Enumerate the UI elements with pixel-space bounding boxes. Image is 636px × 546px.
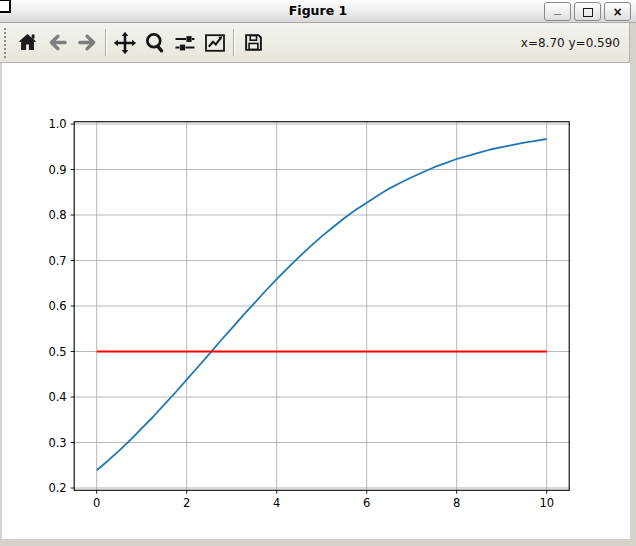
- navigation-toolbar: x=8.70 y=0.590: [0, 23, 630, 63]
- y-tick-label: 0.5: [48, 345, 66, 359]
- titlebar[interactable]: Figure 1 _ ×: [0, 0, 636, 23]
- customize-button[interactable]: [200, 27, 230, 59]
- y-tick-label: 0.8: [48, 208, 66, 222]
- y-tick-label: 0.4: [48, 390, 66, 404]
- toolbar-separator: [233, 29, 235, 56]
- back-button[interactable]: [42, 27, 72, 59]
- plot-svg[interactable]: 02468100.20.30.40.50.60.70.80.91.0: [2, 63, 630, 539]
- subplots-sliders-icon: [173, 31, 197, 55]
- forward-arrow-icon: [76, 31, 99, 54]
- y-tick-label: 0.2: [48, 481, 66, 495]
- figure-window: Figure 1 _ ×: [0, 0, 636, 546]
- x-tick-label: 10: [539, 496, 554, 510]
- back-arrow-icon: [46, 31, 69, 54]
- x-tick-label: 8: [453, 496, 460, 510]
- minimize-button[interactable]: _: [544, 2, 571, 21]
- figure-canvas[interactable]: 02468100.20.30.40.50.60.70.80.91.0: [2, 63, 630, 539]
- subplots-button[interactable]: [170, 27, 200, 59]
- save-button[interactable]: [238, 27, 268, 59]
- forward-button[interactable]: [72, 27, 102, 59]
- x-tick-label: 6: [363, 496, 370, 510]
- x-tick-label: 0: [93, 496, 100, 510]
- maximize-icon: [583, 8, 593, 17]
- close-icon: ×: [613, 5, 621, 19]
- toolbar-separator: [105, 29, 107, 56]
- zoom-icon: [143, 31, 167, 55]
- y-tick-label: 0.9: [48, 163, 66, 177]
- line-chart-icon: [203, 31, 227, 55]
- home-icon: [16, 31, 39, 54]
- window-title: Figure 1: [0, 3, 636, 18]
- toolbar-drag-handle[interactable]: [4, 28, 8, 58]
- close-button[interactable]: ×: [604, 2, 631, 21]
- window-controls: _ ×: [544, 2, 631, 21]
- zoom-button[interactable]: [140, 27, 170, 59]
- cursor-position-readout: x=8.70 y=0.590: [521, 36, 629, 50]
- y-tick-label: 0.7: [48, 254, 66, 268]
- pan-icon: [113, 31, 137, 55]
- home-button[interactable]: [12, 27, 42, 59]
- y-tick-label: 1.0: [48, 117, 66, 131]
- x-tick-label: 2: [183, 496, 190, 510]
- maximize-button[interactable]: [574, 2, 601, 21]
- x-tick-label: 4: [273, 496, 280, 510]
- minimize-icon: _: [554, 3, 561, 15]
- y-tick-label: 0.3: [48, 436, 66, 450]
- y-tick-label: 0.6: [48, 299, 66, 313]
- pan-button[interactable]: [110, 27, 140, 59]
- save-floppy-icon: [242, 31, 265, 54]
